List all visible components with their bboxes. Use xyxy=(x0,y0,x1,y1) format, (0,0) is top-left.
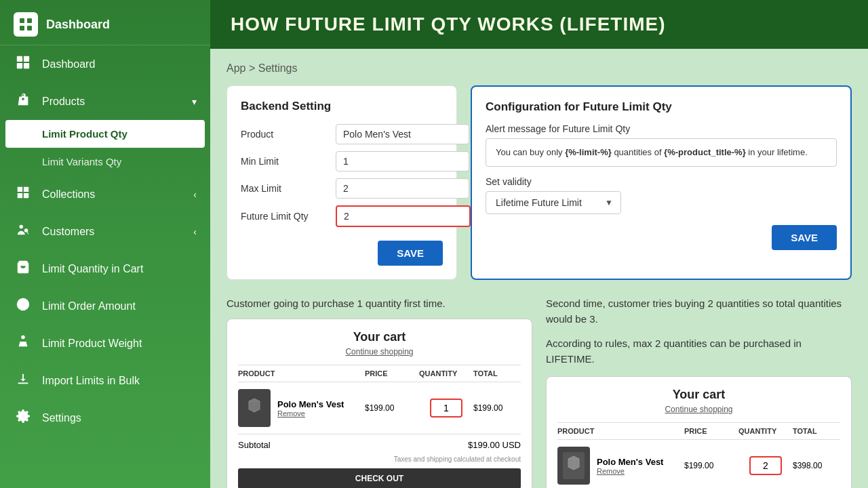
sidebar-item-dashboard[interactable]: Dashboard xyxy=(0,45,210,83)
min-limit-field-row: Min Limit xyxy=(241,151,443,171)
import-icon xyxy=(14,371,33,390)
import-limits-label: Import Limits in Bulk xyxy=(42,375,140,387)
svg-rect-1 xyxy=(27,18,32,23)
order-icon xyxy=(14,297,33,315)
sidebar-item-settings[interactable]: Settings xyxy=(0,399,210,436)
future-limit-qty-input[interactable] xyxy=(336,205,471,227)
sidebar-item-collections[interactable]: Collections ‹ xyxy=(0,176,210,213)
backend-card-title: Backend Setting xyxy=(241,100,443,113)
cart-2-remove-link[interactable]: Remove xyxy=(597,467,663,475)
col2-qty: QUANTITY xyxy=(738,427,793,435)
validity-select-wrapper: Lifetime Future Limit xyxy=(486,191,621,214)
limit-qty-cart-label: Limit Quantity in Cart xyxy=(42,263,143,275)
alert-text-before: You can buy only xyxy=(496,147,565,157)
right-desc-1: Second time, customer tries buying 2 qua… xyxy=(546,296,852,327)
sidebar-logo-label: Dashboard xyxy=(46,18,110,32)
collections-label: Collections xyxy=(42,188,95,201)
max-limit-label: Max Limit xyxy=(241,183,329,194)
bottom-left: Customer going to purchase 1 quantity fi… xyxy=(226,296,532,488)
cart-1-item-left: Polo Men's Vest Remove xyxy=(238,389,365,427)
cart-2-item-row: Polo Men's Vest Remove $199.00 2 $398.00 xyxy=(557,447,840,485)
limit-product-weight-label: Limit Product Weight xyxy=(42,338,142,350)
sidebar-item-limit-order-amount[interactable]: Limit Order Amount xyxy=(0,287,210,325)
customers-chevron-icon: ‹ xyxy=(193,226,197,237)
settings-icon xyxy=(14,409,33,427)
cart-1-qty-box: 1 xyxy=(430,399,462,418)
validity-select[interactable]: Lifetime Future Limit xyxy=(486,191,621,214)
cart-1-remove-link[interactable]: Remove xyxy=(277,409,344,418)
future-limit-qty-field-row: Future Limit Qty xyxy=(241,205,443,227)
limit-variants-qty-label: Limit Variants Qty xyxy=(42,156,121,167)
cart-2-item-total: $398.00 xyxy=(793,461,840,470)
cart-2-table-header: PRODUCT PRICE QUANTITY TOTAL xyxy=(557,422,840,440)
bottom-right: Second time, customer tries buying 2 qua… xyxy=(546,296,852,488)
cart-2-item-left: Polo Men's Vest Remove xyxy=(557,447,684,485)
sidebar: Dashboard Dashboard Products ▾ Limit Pro… xyxy=(0,0,210,488)
svg-rect-4 xyxy=(17,56,22,62)
sidebar-item-label: Dashboard xyxy=(42,58,95,70)
col-qty: QUANTITY xyxy=(419,369,473,378)
products-chevron-icon: ▾ xyxy=(192,96,197,107)
cart-1-subtotal: Subtotal $199.00 USD xyxy=(238,434,521,455)
limit-order-amount-label: Limit Order Amount xyxy=(42,300,136,312)
alert-text-end: in your lifetime. xyxy=(746,147,808,157)
col2-product: PRODUCT xyxy=(557,427,684,435)
svg-rect-2 xyxy=(20,26,24,30)
svg-rect-3 xyxy=(27,26,32,30)
cart-1-continue-link[interactable]: Continue shopping xyxy=(238,347,521,357)
product-label: Product xyxy=(241,129,329,140)
cart-1-item-price: $199.00 xyxy=(365,403,419,413)
products-icon xyxy=(14,92,33,110)
sidebar-logo: Dashboard xyxy=(0,0,210,45)
cart-1-checkout-button[interactable]: CHECK OUT xyxy=(238,468,521,488)
cart-1-item-total: $199.00 xyxy=(473,403,521,413)
future-limit-qty-label: Future Limit Qty xyxy=(241,211,329,222)
col2-total: TOTAL xyxy=(793,427,840,435)
sidebar-item-limit-product-weight[interactable]: Limit Product Weight xyxy=(0,325,210,362)
alert-text-mid1: quantities of xyxy=(612,147,664,157)
sidebar-item-products[interactable]: Products ▾ xyxy=(0,83,210,120)
sidebar-item-limit-qty-cart[interactable]: Limit Quantity in Cart xyxy=(0,250,210,287)
main-header: HOW FUTURE LIMIT QTY WORKS (LIFETIME) xyxy=(210,0,868,49)
customers-label: Customers xyxy=(42,226,94,238)
app-logo-icon xyxy=(14,12,38,37)
weight-icon xyxy=(14,334,33,352)
svg-point-8 xyxy=(20,225,24,229)
min-limit-input[interactable] xyxy=(336,151,469,171)
customers-icon xyxy=(14,222,33,241)
cart-1-item-row: Polo Men's Vest Remove $199.00 1 $199.00 xyxy=(238,389,521,427)
cart-1-title: Your cart xyxy=(238,330,521,344)
sidebar-sub-limit-variants-qty[interactable]: Limit Variants Qty xyxy=(0,148,210,176)
cart-2-qty-box: 2 xyxy=(749,456,782,475)
cart-2-continue-link[interactable]: Continue shopping xyxy=(557,405,840,414)
main-content: HOW FUTURE LIMIT QTY WORKS (LIFETIME) Ap… xyxy=(210,0,868,488)
validity-label: Set validity xyxy=(486,176,837,187)
cart-1-table-header: PRODUCT PRICE QUANTITY TOTAL xyxy=(238,365,521,382)
config-save-button[interactable]: SAVE xyxy=(772,225,837,250)
svg-rect-6 xyxy=(17,63,22,68)
svg-rect-5 xyxy=(24,56,29,62)
product-field-row: Product xyxy=(241,124,443,144)
page-title: HOW FUTURE LIMIT QTY WORKS (LIFETIME) xyxy=(231,14,848,35)
col-total: TOTAL xyxy=(473,369,521,378)
product-input[interactable] xyxy=(336,124,469,144)
cart-1-subtotal-label: Subtotal xyxy=(238,440,271,450)
cart-2-product-name: Polo Men's Vest xyxy=(597,457,663,467)
alert-message-box: You can buy only {%-limit-%} quantities … xyxy=(486,138,837,167)
sidebar-item-customers[interactable]: Customers ‹ xyxy=(0,213,210,250)
cart-2-item-price: $199.00 xyxy=(684,461,738,470)
sidebar-sub-limit-product-qty[interactable]: Limit Product Qty xyxy=(5,120,205,148)
cart-1-tax-text: Taxes and shipping calculated at checkou… xyxy=(238,455,521,463)
config-card-title: Configuration for Future Limit Qty xyxy=(486,100,837,114)
cart-1-product-name: Polo Men's Vest xyxy=(277,399,344,409)
sidebar-item-import-limits[interactable]: Import Limits in Bulk xyxy=(0,362,210,399)
collections-icon xyxy=(14,185,33,203)
breadcrumb: App > Settings xyxy=(226,62,852,75)
dashboard-icon xyxy=(14,55,33,73)
cart-mockup-1: Your cart Continue shopping PRODUCT PRIC… xyxy=(226,319,532,488)
col-price: PRICE xyxy=(365,369,419,378)
left-desc: Customer going to purchase 1 quantity fi… xyxy=(226,296,532,310)
backend-save-button[interactable]: SAVE xyxy=(378,241,443,266)
max-limit-input[interactable] xyxy=(336,178,469,199)
cart-2-product-thumb xyxy=(557,447,590,485)
